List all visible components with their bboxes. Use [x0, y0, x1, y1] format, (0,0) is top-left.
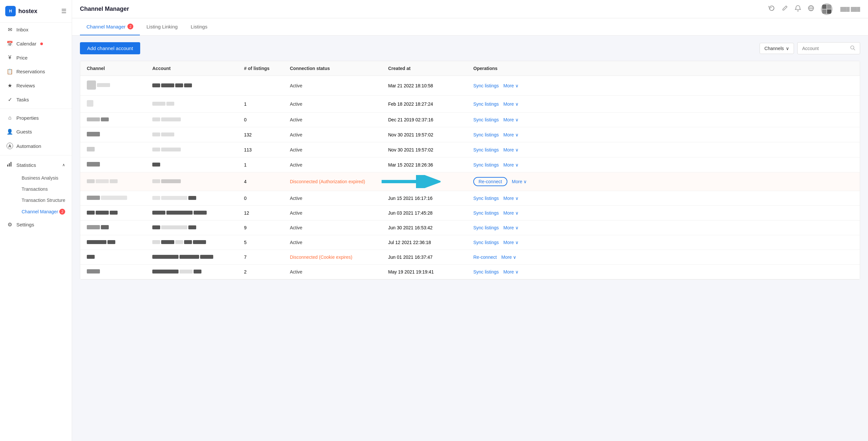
sync-listings-button[interactable]: Sync listings — [473, 162, 499, 168]
more-button[interactable]: More ∨ — [503, 269, 519, 274]
sync-listings-button[interactable]: Sync listings — [473, 240, 499, 245]
status-cell: Active — [290, 210, 388, 215]
more-button[interactable]: More ∨ — [503, 117, 519, 122]
account-cell — [152, 101, 244, 107]
listings-cell: 4 — [244, 179, 290, 184]
listings-cell: 1 — [244, 101, 290, 107]
sidebar-item-calendar[interactable]: 📅 Calendar — [0, 37, 72, 51]
sidebar-item-reviews[interactable]: ★ Reviews — [0, 78, 72, 93]
listings-cell: 0 — [244, 196, 290, 201]
sync-listings-button[interactable]: Sync listings — [473, 83, 499, 88]
operations-cell: Sync listings More ∨ — [473, 132, 853, 137]
sidebar-item-reservations[interactable]: 📋 Reservations — [0, 64, 72, 78]
table-row: 7 Disconnected (Cookie expires) Jun 01 2… — [80, 250, 860, 265]
listings-cell: 0 — [244, 117, 290, 122]
sync-listings-button[interactable]: Sync listings — [473, 101, 499, 107]
sync-listings-button[interactable]: Sync listings — [473, 147, 499, 152]
channels-dropdown[interactable]: Channels ∨ — [760, 43, 794, 54]
tab-listing-linking[interactable]: Listing Linking — [140, 19, 184, 35]
hamburger-icon[interactable]: ☰ — [61, 7, 66, 15]
operations-cell: Sync listings More ∨ — [473, 117, 853, 122]
sidebar-item-transaction-structure[interactable]: Transaction Structure — [17, 195, 72, 206]
status-cell: Active — [290, 147, 388, 152]
sidebar-item-guests[interactable]: 👤 Guests — [0, 125, 72, 139]
more-button[interactable]: More ∨ — [512, 179, 527, 184]
tab-listings[interactable]: Listings — [184, 19, 214, 35]
operations-cell: Sync listings More ∨ — [473, 269, 853, 274]
more-button[interactable]: More ∨ — [503, 196, 519, 201]
channel-cell — [87, 240, 152, 245]
sync-listings-button[interactable]: Sync listings — [473, 269, 499, 274]
listings-cell: 2 — [244, 269, 290, 274]
status-cell: Active — [290, 117, 388, 122]
channel-cell — [87, 132, 152, 137]
table-row: 2 Active May 19 2021 19:19:41 Sync listi… — [80, 265, 860, 279]
sidebar-item-label: Properties — [17, 115, 39, 121]
created-at-cell: Jun 01 2021 16:37:47 — [388, 255, 473, 260]
more-button[interactable]: More ∨ — [503, 147, 519, 152]
sync-listings-button[interactable]: Sync listings — [473, 117, 499, 122]
more-button[interactable]: More ∨ — [503, 225, 519, 230]
sync-listings-button[interactable]: Sync listings — [473, 225, 499, 230]
sidebar-header: H hostex ☰ — [0, 0, 72, 23]
guests-icon: 👤 — [6, 129, 13, 135]
sync-listings-button[interactable]: Sync listings — [473, 210, 499, 215]
nav-divider-1 — [0, 109, 72, 109]
sidebar-item-business-analysis[interactable]: Business Analysis — [17, 172, 72, 183]
refresh-icon[interactable] — [768, 5, 775, 13]
sidebar-item-inbox[interactable]: ✉ Inbox — [0, 23, 72, 37]
topbar: Channel Manager ▓▓▓ ▓ — [72, 0, 868, 18]
page-title: Channel Manager — [80, 6, 768, 12]
avatar[interactable] — [821, 3, 833, 15]
channel-cell — [87, 210, 152, 215]
cm-toolbar: Add channel account Channels ∨ — [80, 42, 860, 54]
more-button[interactable]: More ∨ — [503, 132, 519, 137]
more-button[interactable]: More ∨ — [503, 162, 519, 168]
operations-cell: Sync listings More ∨ — [473, 240, 853, 245]
more-button[interactable]: More ∨ — [501, 255, 517, 260]
reconnect-button[interactable]: Re-connect — [473, 177, 507, 186]
sidebar-item-properties[interactable]: ⌂ Properties — [0, 111, 72, 125]
channel-cell — [87, 179, 152, 184]
sidebar-item-tasks[interactable]: ✓ Tasks — [0, 93, 72, 107]
content-area: Add channel account Channels ∨ — [72, 36, 868, 441]
sidebar-item-transactions[interactable]: Transactions — [17, 183, 72, 195]
status-cell: Active — [290, 240, 388, 245]
tab-channel-manager[interactable]: Channel Manager 2 — [80, 18, 140, 35]
sidebar-item-channel-manager[interactable]: Channel Manager 2 — [17, 206, 72, 217]
sidebar-item-label: Reservations — [17, 69, 45, 74]
sidebar-item-automation[interactable]: A Automation — [0, 139, 72, 153]
more-button[interactable]: More ∨ — [503, 83, 519, 88]
sync-listings-button[interactable]: Sync listings — [473, 196, 499, 201]
account-search-input[interactable] — [802, 46, 848, 51]
calendar-dot-badge — [40, 42, 43, 45]
more-button[interactable]: More ∨ — [503, 210, 519, 215]
sidebar-item-price[interactable]: ¥ Price — [0, 51, 72, 64]
sidebar-item-settings[interactable]: ⚙ Settings — [0, 217, 72, 232]
add-channel-account-button[interactable]: Add channel account — [80, 42, 140, 54]
channel-manager-badge: 2 — [59, 209, 65, 215]
reconnect-button[interactable]: Re-connect — [473, 255, 497, 260]
operations-cell: Sync listings More ∨ — [473, 225, 853, 230]
created-at-cell: Dec 21 2019 02:37:16 — [388, 117, 473, 122]
bell-icon[interactable] — [795, 5, 801, 13]
channel-manager-table: Channel Account # of listings Connection… — [80, 61, 860, 280]
settings-icon: ⚙ — [6, 222, 13, 228]
sidebar-item-label: Settings — [17, 222, 34, 227]
statistics-collapse-icon[interactable]: ∧ — [62, 163, 65, 167]
sync-listings-button[interactable]: Sync listings — [473, 132, 499, 137]
more-button[interactable]: More ∨ — [503, 240, 519, 245]
globe-icon[interactable] — [808, 5, 814, 13]
account-cell — [152, 269, 244, 274]
account-cell — [152, 179, 244, 184]
operations-cell: Re-connect More ∨ — [473, 177, 853, 186]
chevron-down-icon: ∨ — [786, 46, 789, 51]
more-button[interactable]: More ∨ — [503, 101, 519, 107]
filter-section: Channels ∨ — [760, 42, 860, 54]
channel-cell — [87, 80, 152, 91]
channels-dropdown-label: Channels — [765, 46, 784, 51]
sidebar-item-statistics[interactable]: Statistics ∧ — [0, 157, 72, 172]
sidebar-item-label: Automation — [17, 143, 41, 149]
listings-cell: 132 — [244, 132, 290, 137]
edit-icon[interactable] — [781, 5, 788, 13]
